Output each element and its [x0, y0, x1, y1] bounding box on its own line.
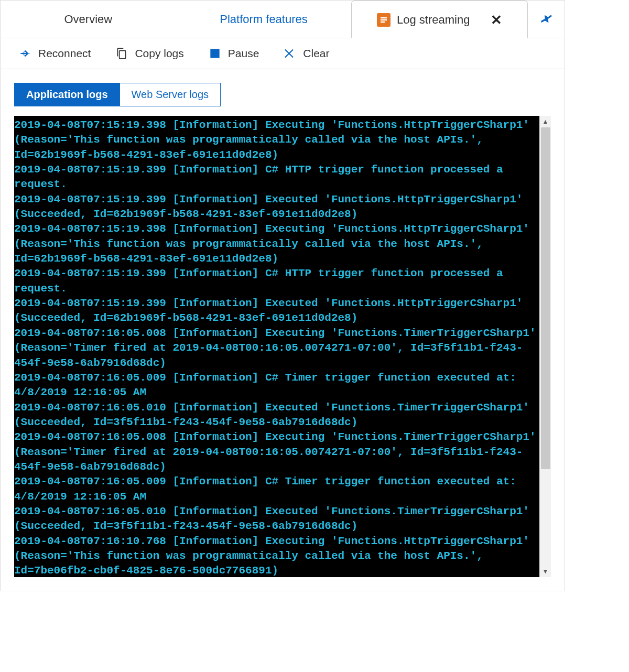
- close-tab-button[interactable]: ✕: [491, 13, 502, 27]
- pause-icon: [208, 47, 222, 60]
- pin-button[interactable]: [528, 1, 565, 38]
- tab-web-server-logs[interactable]: Web Server logs: [120, 83, 221, 106]
- copy-label: Copy logs: [135, 47, 183, 60]
- pin-icon: [537, 9, 556, 29]
- scroll-up-arrow[interactable]: ▲: [540, 116, 551, 127]
- tab-web-server-logs-label: Web Server logs: [132, 89, 209, 100]
- pause-button[interactable]: Pause: [208, 47, 259, 60]
- copy-logs-button[interactable]: Copy logs: [115, 47, 183, 60]
- scroll-track[interactable]: [540, 127, 551, 566]
- console-scrollbar[interactable]: ▲ ▼: [539, 116, 551, 577]
- scroll-thumb[interactable]: [541, 127, 550, 469]
- clear-icon: [283, 47, 297, 60]
- pause-label: Pause: [228, 47, 259, 60]
- reconnect-icon: [18, 47, 32, 60]
- top-tab-bar: Overview Platform features Log streaming…: [1, 1, 565, 38]
- clear-button[interactable]: Clear: [283, 47, 329, 60]
- tab-overview[interactable]: Overview: [1, 1, 176, 38]
- log-streaming-icon: [377, 13, 391, 27]
- svg-rect-0: [120, 51, 126, 59]
- tab-logstream-label: Log streaming: [397, 13, 470, 27]
- tab-platform-features[interactable]: Platform features: [176, 1, 352, 38]
- copy-icon: [115, 47, 128, 60]
- scroll-down-arrow[interactable]: ▼: [540, 566, 551, 577]
- log-console[interactable]: 2019-04-08T07:15:19.398 [Information] Ex…: [14, 116, 539, 577]
- toolbar: Reconnect Copy logs Pause Clear: [1, 38, 565, 69]
- reconnect-label: Reconnect: [38, 47, 91, 60]
- tab-application-logs[interactable]: Application logs: [14, 83, 120, 106]
- svg-rect-1: [210, 49, 219, 58]
- tab-platform-label: Platform features: [220, 13, 308, 26]
- reconnect-button[interactable]: Reconnect: [18, 47, 91, 60]
- tab-overview-label: Overview: [64, 13, 112, 26]
- log-type-tabs: Application logs Web Server logs: [14, 83, 551, 106]
- clear-label: Clear: [303, 47, 329, 60]
- tab-application-logs-label: Application logs: [26, 89, 108, 100]
- tab-log-streaming[interactable]: Log streaming ✕: [351, 1, 528, 38]
